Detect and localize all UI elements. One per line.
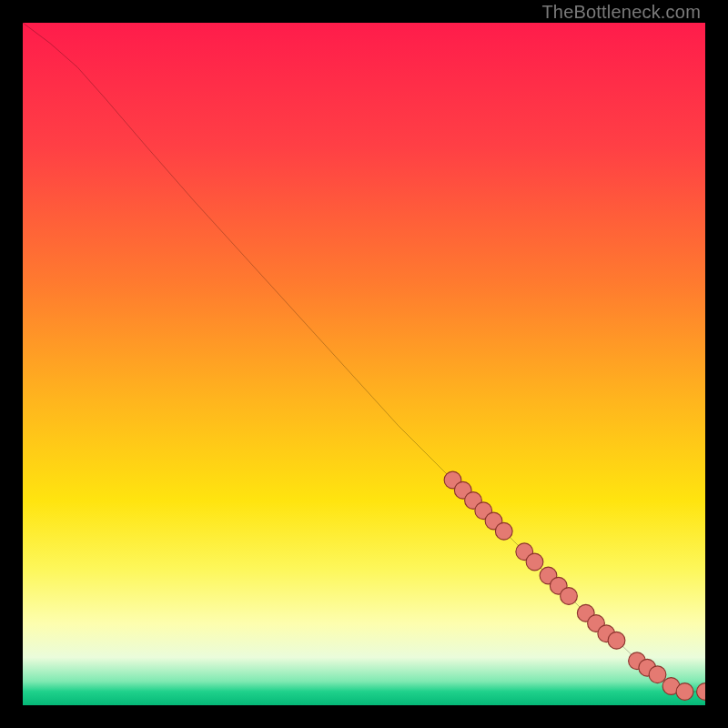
data-marker <box>608 632 625 649</box>
data-marker <box>676 683 693 701</box>
data-marker <box>526 553 543 571</box>
curve-layer <box>23 23 705 705</box>
plot-area <box>23 23 705 705</box>
chart-stage: TheBottleneck.com <box>0 0 728 728</box>
data-marker <box>649 666 666 683</box>
data-marker <box>697 683 705 701</box>
data-marker <box>561 588 578 605</box>
data-marker <box>495 522 512 540</box>
attribution-label: TheBottleneck.com <box>541 2 701 23</box>
marker-group <box>444 471 705 700</box>
bottleneck-curve <box>23 23 705 692</box>
